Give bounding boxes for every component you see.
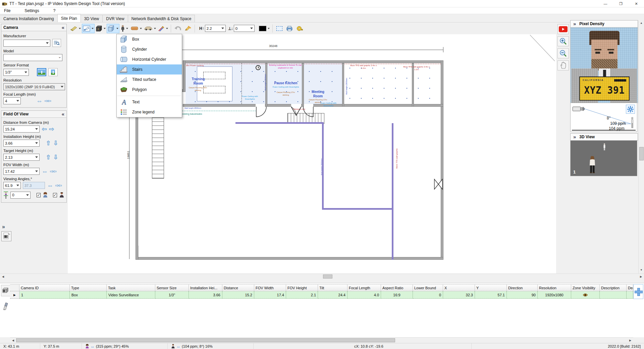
maximize-button[interactable]: ❐: [613, 0, 629, 7]
resolution-combo[interactable]: 1920x1080 (2MP 16:9 FullHD): [3, 83, 65, 90]
column-header-direction[interactable]: Direction: [507, 284, 538, 291]
menu-settings[interactable]: Settings: [20, 7, 43, 14]
floor-level-combo[interactable]: 0: [234, 25, 255, 32]
cell-camera-id[interactable]: 1: [19, 291, 70, 299]
tab-camera-installation-drawing[interactable]: Camera Installation Drawing: [0, 15, 58, 22]
manufacturer-combo[interactable]: [3, 40, 50, 47]
expand-panel-button[interactable]: »: [2, 224, 5, 230]
cell-sensor-size[interactable]: 1/3": [155, 291, 189, 299]
video-help-button[interactable]: [557, 24, 569, 34]
install-height-combo[interactable]: 2.2: [205, 25, 226, 32]
column-header-zone-visibility[interactable]: Zone Visibility: [571, 284, 600, 291]
sofa-tool-button[interactable]: [129, 24, 143, 33]
table-scroll-thumb[interactable]: [16, 338, 395, 342]
fov-width-combo[interactable]: 17.42: [3, 168, 40, 175]
vehicle-tool-button[interactable]: [143, 24, 157, 33]
install-height-combo-side[interactable]: 3.66: [3, 140, 40, 147]
tab-3d-view[interactable]: 3D View: [80, 15, 103, 22]
column-header-sensor-size[interactable]: Sensor Size: [155, 284, 189, 291]
tab-dvr-view[interactable]: DVR View: [102, 15, 128, 22]
install-height-down-arrow[interactable]: ⇩: [53, 141, 58, 146]
focal-narrow-arrow[interactable]: ⇨⇦: [45, 98, 51, 104]
sensor-format-combo[interactable]: 1/3": [3, 69, 29, 76]
tab-network-bandwidth[interactable]: Network Bandwidth & Disk Space: [128, 15, 195, 22]
cell-tilt[interactable]: 24.4: [318, 291, 347, 299]
print-button[interactable]: [284, 24, 294, 33]
show-woman-checkbox[interactable]: ✓: [37, 193, 41, 197]
menu-item-cylinder[interactable]: Cylinder: [117, 44, 182, 54]
close-button[interactable]: ✕: [629, 0, 644, 7]
row-selector[interactable]: ▶: [10, 291, 19, 299]
model-combo[interactable]: [3, 54, 62, 61]
scroll-left-arrow[interactable]: ◀: [1, 275, 5, 279]
cell-fov-width[interactable]: 17.4: [254, 291, 286, 299]
menu-file[interactable]: File: [0, 7, 14, 14]
column-header-lower-bound[interactable]: Lower Bound: [413, 284, 443, 291]
angle-widen-arrow[interactable]: ⇔: [47, 183, 53, 188]
distance-decrease-arrow[interactable]: ⇦: [42, 127, 47, 132]
cell-focal-length[interactable]: 4.0: [347, 291, 381, 299]
tape-measure-button[interactable]: [294, 24, 305, 33]
undo-button[interactable]: [173, 24, 183, 33]
show-man-checkbox[interactable]: ✓: [53, 193, 57, 197]
camera-panel-collapse-button[interactable]: «: [62, 26, 64, 29]
person-tool-button[interactable]: [119, 24, 129, 33]
column-header-focal-length[interactable]: Focal Length: [347, 284, 381, 291]
right-vertical-scrollbar[interactable]: ▲ ▼: [638, 20, 644, 273]
cell-type[interactable]: Box: [70, 291, 107, 299]
camera-tool-button[interactable]: [82, 24, 95, 33]
minimize-button[interactable]: —: [598, 0, 613, 7]
column-header-installation-hei-[interactable]: Installation Hei...: [189, 284, 222, 291]
column-header-distance[interactable]: Distance: [222, 284, 254, 291]
scroll-up-arrow[interactable]: ▲: [639, 21, 644, 25]
cell-aspect-ratio[interactable]: 16:9: [381, 291, 413, 299]
focal-length-combo[interactable]: 4: [3, 97, 21, 104]
column-header-task[interactable]: Task: [107, 284, 155, 291]
pan-tool-button[interactable]: [557, 60, 569, 70]
column-header-fov-height[interactable]: FOV Height: [286, 284, 318, 291]
cell-x[interactable]: 32.3: [443, 291, 475, 299]
camera-list-tool-button[interactable]: [1, 285, 10, 296]
table-scroll-right-arrow[interactable]: ▶: [628, 338, 633, 342]
scroll-right-arrow[interactable]: ▶: [639, 275, 643, 279]
wall-tool-button[interactable]: [69, 24, 82, 33]
column-header-tilt[interactable]: Tilt: [318, 284, 347, 291]
distance-increase-arrow[interactable]: ⇨: [49, 127, 54, 132]
column-header-resolution[interactable]: Resolution: [538, 284, 571, 291]
menu-item-tilted-surface[interactable]: Tilted surface: [117, 74, 182, 85]
column-header-fov-width[interactable]: FOV Width: [254, 284, 286, 291]
cell-installation-hei-[interactable]: 3.66: [189, 291, 222, 299]
zoom-in-button[interactable]: [557, 36, 569, 46]
menu-item-box[interactable]: Box: [117, 34, 182, 44]
selection-tool-button[interactable]: [274, 24, 284, 33]
menu-item-horizontal-cylinder[interactable]: Horizontal Cylinder: [117, 54, 182, 64]
viewing-angle-h-combo[interactable]: 61.9: [3, 182, 21, 189]
color-picker-button[interactable]: [258, 24, 271, 33]
column-header-dea[interactable]: Dea: [627, 284, 633, 291]
angle-narrow-arrow[interactable]: ⇨⇦: [55, 183, 61, 188]
3d-view-expand-button[interactable]: »: [573, 135, 576, 139]
scroll-down-arrow[interactable]: ▼: [639, 268, 644, 272]
canvas-horizontal-scrollbar[interactable]: ◀ ▶: [0, 273, 644, 279]
cell-distance[interactable]: 15.2: [222, 291, 254, 299]
cell-direction[interactable]: 90: [507, 291, 538, 299]
cell-lower-bound[interactable]: 0: [413, 291, 443, 299]
focal-widen-arrow[interactable]: ⇔: [36, 98, 43, 104]
3d-viewport[interactable]: 1: [570, 141, 637, 176]
menu-help[interactable]: ?: [49, 7, 60, 14]
cell-task[interactable]: Video Surveillance: [107, 291, 155, 299]
cell-dea[interactable]: [627, 291, 633, 299]
menu-item-polygon[interactable]: Polygon: [117, 85, 182, 95]
target-height-down-arrow[interactable]: ⇩: [53, 155, 58, 160]
portrait-orientation-button[interactable]: [48, 68, 58, 76]
cell-zone-visibility[interactable]: [571, 291, 600, 299]
fov-panel-collapse-button[interactable]: «: [62, 112, 64, 116]
measure-tool-button[interactable]: [157, 24, 169, 33]
distance-combo[interactable]: 15.24: [3, 126, 40, 133]
canvas-scroll-thumb[interactable]: [323, 275, 332, 279]
menu-item-text[interactable]: A Text: [117, 97, 182, 107]
camera-document-button[interactable]: [1, 231, 11, 241]
column-header-camera-id[interactable]: Camera ID: [19, 284, 70, 291]
pixel-density-settings-button[interactable]: [626, 105, 635, 114]
furniture-tool-button[interactable]: [95, 24, 107, 33]
